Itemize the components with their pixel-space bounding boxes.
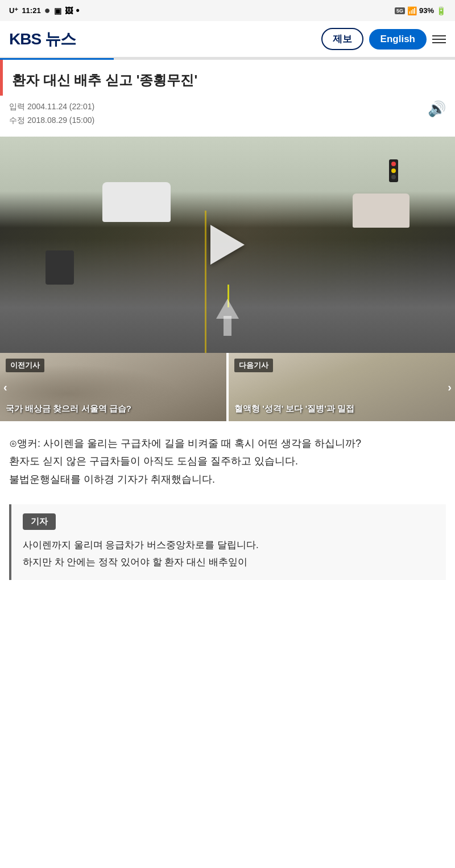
video-lane-marking (205, 211, 206, 353)
prev-article-link[interactable]: 이전기사 ‹ 국가 배상금 찾으러 서울역 급습? (0, 353, 226, 421)
traffic-light-red (391, 162, 396, 166)
prev-label: 이전기사 (6, 359, 44, 372)
input-date-value: 2004.11.24 (22:01) (27, 102, 94, 111)
jebo-button[interactable]: 제보 (321, 28, 363, 50)
reporter-badge: 기자 (23, 513, 56, 530)
hamburger-icon (432, 35, 446, 43)
hamburger-line-2 (432, 39, 446, 40)
status-right: 5G 📶 93% 🔋 (395, 6, 446, 15)
5g-icon: 5G (395, 7, 405, 14)
traffic-light-yellow (391, 168, 396, 173)
audio-button[interactable]: 🔊 (428, 100, 446, 118)
sim-icon: ▣ (54, 6, 61, 15)
article-meta: 입력 2004.11.24 (22:01) 수정 2018.08.29 (15:… (0, 96, 455, 137)
anchor-text: ⊙앵커: 사이렌을 울리는 구급차에 길을 비켜줄 때 혹시 어떤 생각을 하십… (9, 438, 361, 449)
battery-icon: 🔋 (436, 6, 446, 15)
article-title: 환자 대신 배추 싣고 '종횡무진' (0, 60, 455, 96)
prev-arrow-icon: ‹ (3, 380, 7, 393)
reporter-line-2: 하지만 차 안에는 정작 있어야 할 환자 대신 배추잎이 (23, 557, 247, 567)
modified-label: 수정 (9, 116, 25, 125)
dot-icon: • (76, 5, 80, 17)
input-date: 입력 2004.11.24 (22:01) (9, 100, 94, 114)
english-button[interactable]: English (369, 29, 427, 50)
input-label: 입력 (9, 102, 25, 111)
next-article-title: 혈액형 '성격' 보다 '질병'과 밀접 (234, 402, 449, 414)
status-left: U⁺ 11:21 ● ▣ 🖼 • (9, 5, 80, 17)
hamburger-line-1 (432, 35, 446, 36)
article-body: ⊙앵커: 사이렌을 울리는 구급차에 길을 비켜줄 때 혹시 어떤 생각을 하십… (0, 421, 455, 496)
video-motorcycle (46, 250, 74, 285)
next-label: 다음기사 (234, 359, 273, 372)
video-player[interactable] (0, 137, 455, 353)
video-car-1 (102, 182, 171, 222)
modified-date-value: 2018.08.29 (15:00) (27, 116, 94, 125)
network-dot-icon: ● (44, 5, 51, 17)
article: 환자 대신 배추 싣고 '종횡무진' 입력 2004.11.24 (22:01)… (0, 60, 455, 580)
body-line-3: 불법운행실태를 이하경 기자가 취재했습니다. (9, 474, 215, 485)
reporter-section: 기자 사이렌까지 울리며 응급차가 버스중앙차로를 달립니다. 하지만 차 안에… (9, 504, 446, 580)
video-car-2 (353, 194, 410, 228)
signal-bars-icon: 📶 (407, 6, 417, 15)
reporter-speech: 사이렌까지 울리며 응급차가 버스중앙차로를 달립니다. 하지만 차 안에는 정… (23, 537, 435, 571)
reporter-line-1: 사이렌까지 울리며 응급차가 버스중앙차로를 달립니다. (23, 540, 259, 550)
image-icon: 🖼 (65, 6, 73, 15)
modified-date: 수정 2018.08.29 (15:00) (9, 114, 94, 127)
header: KBS 뉴스 제보 English (0, 21, 455, 58)
traffic-light-green (391, 175, 396, 179)
next-arrow-icon: › (448, 380, 452, 393)
header-actions: 제보 English (321, 28, 446, 50)
battery-label: 93% (419, 6, 434, 15)
hamburger-line-3 (432, 42, 446, 43)
carrier-label: U⁺ (9, 6, 18, 15)
article-navigation: 이전기사 ‹ 국가 배상금 찾으러 서울역 급습? 다음기사 › 혈액형 '성격… (0, 353, 455, 421)
logo[interactable]: KBS 뉴스 (9, 28, 76, 50)
menu-search-button[interactable] (432, 35, 446, 43)
video-traffic-light (389, 159, 398, 182)
article-dates: 입력 2004.11.24 (22:01) 수정 2018.08.29 (15:… (9, 100, 94, 127)
video-road-arrow-shaft (224, 316, 231, 336)
next-article-link[interactable]: 다음기사 › 혈액형 '성격' 보다 '질병'과 밀접 (229, 353, 455, 421)
body-line-2: 환자도 싣지 않은 구급차들이 아직도 도심을 질주하고 있습니다. (9, 455, 298, 467)
time-label: 11:21 (22, 6, 40, 15)
play-button-icon[interactable] (210, 225, 245, 265)
prev-article-title: 국가 배상금 찾으러 서울역 급습? (6, 402, 221, 414)
status-bar: U⁺ 11:21 ● ▣ 🖼 • 5G 📶 93% 🔋 (0, 0, 455, 21)
